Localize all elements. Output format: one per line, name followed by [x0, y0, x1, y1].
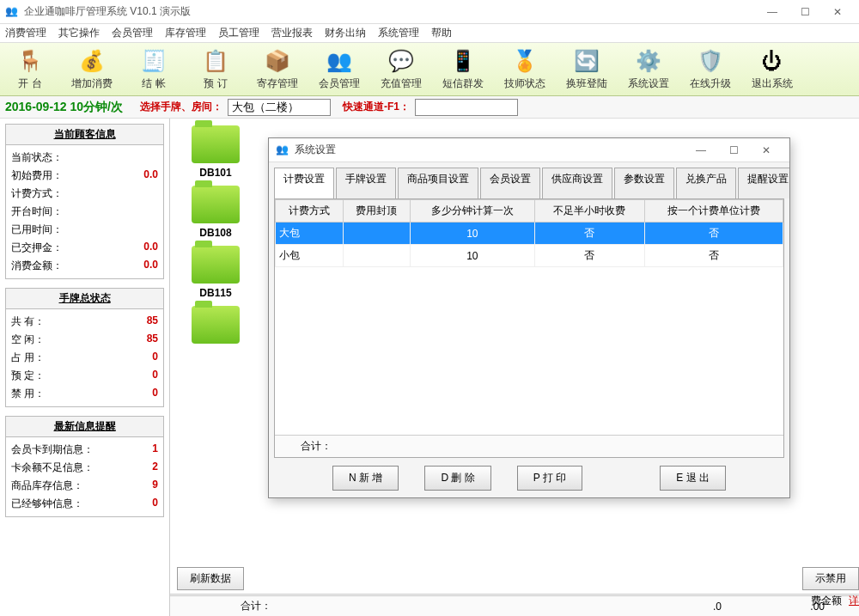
dialog-action-button[interactable]: N 新 增 — [332, 466, 399, 491]
info-row: 初始费用：0.0 — [11, 167, 158, 185]
quick-channel-input[interactable] — [415, 99, 518, 116]
menu-item[interactable]: 员工管理 — [218, 26, 259, 40]
info-row: 开台时间： — [11, 203, 158, 221]
menu-item[interactable]: 消费管理 — [5, 26, 46, 40]
toolbar-button[interactable]: 📦寄存管理 — [253, 47, 302, 91]
info-row: 共 有：85 — [11, 313, 158, 331]
dialog-tab[interactable]: 供应商设置 — [542, 168, 612, 198]
menu-item[interactable]: 会员管理 — [112, 26, 153, 40]
grid-header[interactable]: 费用封顶 — [343, 200, 411, 223]
maximize-button[interactable]: ☐ — [789, 1, 821, 23]
info-row: 已经够钟信息：0 — [11, 495, 158, 513]
room-selector-input[interactable] — [228, 99, 331, 116]
left-sidebar: 当前顾客信息 当前状态：初始费用：0.0计费方式：开台时间：已用时间：已交押金：… — [0, 119, 170, 616]
window-title: 企业通咖啡厅管理系统 V10.1 演示版 — [24, 4, 756, 19]
toolbar-button[interactable]: 📱短信群发 — [438, 47, 488, 91]
开 台-icon: 🪑 — [16, 47, 44, 75]
panel-header: 手牌总状态 — [6, 289, 163, 309]
room-item[interactable] — [177, 306, 254, 344]
minimize-button[interactable]: — — [756, 1, 789, 23]
toolbar-button[interactable]: 👥会员管理 — [314, 47, 364, 91]
info-row: 卡余额不足信息：2 — [11, 459, 158, 477]
在线升级-icon: 🛡️ — [697, 47, 724, 75]
dialog-tab[interactable]: 提醒设置 — [738, 168, 789, 198]
info-row: 当前状态： — [11, 149, 158, 167]
换班登陆-icon: 🔄 — [573, 47, 600, 75]
toolbar-button[interactable]: 🔄换班登陆 — [562, 47, 612, 91]
dialog-tab[interactable]: 手牌设置 — [336, 168, 396, 198]
info-row: 计费方式： — [11, 185, 158, 203]
tag-status-panel: 手牌总状态 共 有：85空 闲：85占 用：0预 定：0禁 用：0 — [5, 288, 164, 407]
info-row: 会员卡到期信息：1 — [11, 441, 158, 459]
dialog-tab[interactable]: 商品项目设置 — [398, 168, 478, 198]
info-row: 占 用：0 — [11, 349, 158, 367]
panel-header: 最新信息提醒 — [6, 417, 163, 437]
grid-header[interactable]: 计费方式 — [276, 200, 344, 223]
grid-row[interactable]: 大包10否否 — [276, 223, 783, 245]
grid-row[interactable]: 小包10否否 — [276, 245, 783, 267]
room-item[interactable]: DB101 — [177, 125, 254, 179]
room-selector-label: 选择手牌、房间： — [140, 100, 222, 114]
寄存管理-icon: 📦 — [264, 47, 291, 75]
预 订-icon: 📋 — [202, 47, 229, 75]
dialog-action-button[interactable]: P 打 印 — [517, 466, 582, 491]
menu-item[interactable]: 库存管理 — [165, 26, 206, 40]
dialog-close-button[interactable]: ✕ — [750, 139, 783, 162]
menu-item[interactable]: 其它操作 — [58, 26, 100, 40]
toolbar-button[interactable]: 🪑开 台 — [5, 47, 55, 91]
增加消费-icon: 💰 — [78, 47, 106, 75]
reminder-panel: 最新信息提醒 会员卡到期信息：1卡余额不足信息：2商品库存信息：9已经够钟信息：… — [5, 416, 164, 517]
grid-header[interactable]: 多少分钟计算一次 — [411, 200, 535, 223]
toolbar: 🪑开 台💰增加消费🧾结 帐📋预 订📦寄存管理👥会员管理💬充值管理📱短信群发🏅技师… — [0, 43, 859, 96]
toolbar-button[interactable]: 💬充值管理 — [376, 47, 426, 91]
detail-link[interactable]: 详 — [849, 594, 859, 608]
infobar: 2016-09-12 10分钟/次 选择手牌、房间： 快速通道-F1： — [0, 96, 859, 119]
room-item[interactable]: DB108 — [177, 186, 254, 239]
dialog-icon: 👥 — [276, 143, 289, 157]
结 帐-icon: 🧾 — [140, 47, 168, 75]
system-settings-dialog: 👥 系统设置 — ☐ ✕ 计费设置手牌设置商品项目设置会员设置供应商设置参数设置… — [268, 137, 790, 498]
main-titlebar: 👥 企业通咖啡厅管理系统 V10.1 演示版 — ☐ ✕ — [0, 0, 859, 24]
toolbar-button[interactable]: 🛡️在线升级 — [685, 47, 735, 91]
refresh-button[interactable]: 刷新数据 — [177, 567, 244, 590]
dialog-tabs: 计费设置手牌设置商品项目设置会员设置供应商设置参数设置兑换产品提醒设置◀ ▶ — [269, 162, 789, 198]
dialog-tab[interactable]: 参数设置 — [614, 168, 674, 198]
info-row: 预 定：0 — [11, 367, 158, 385]
info-row: 空 闲：85 — [11, 331, 158, 349]
dialog-action-button[interactable]: E 退 出 — [660, 466, 726, 491]
amount-label: 费金额 — [811, 594, 842, 608]
close-button[interactable]: ✕ — [821, 1, 854, 23]
dialog-titlebar: 👥 系统设置 — ☐ ✕ — [269, 138, 789, 162]
技师状态-icon: 🏅 — [511, 47, 539, 75]
toolbar-button[interactable]: 🧾结 帐 — [129, 47, 179, 91]
grid-header[interactable]: 不足半小时收费 — [534, 200, 644, 223]
forbid-button[interactable]: 示禁用 — [802, 567, 859, 590]
menu-item[interactable]: 系统管理 — [378, 26, 419, 40]
menu-item[interactable]: 财务出纳 — [325, 26, 366, 40]
info-row: 禁 用：0 — [11, 385, 158, 403]
dialog-maximize-button[interactable]: ☐ — [717, 139, 750, 162]
toolbar-button[interactable]: 🏅技师状态 — [500, 47, 550, 91]
toolbar-button[interactable]: ⚙️系统设置 — [624, 47, 673, 91]
dialog-tab[interactable]: 计费设置 — [274, 168, 334, 198]
info-row: 已交押金：0.0 — [11, 239, 158, 257]
panel-header: 当前顾客信息 — [6, 125, 163, 145]
dialog-tab[interactable]: 兑换产品 — [676, 168, 736, 198]
toolbar-button[interactable]: ⏻退出系统 — [747, 47, 797, 91]
info-row: 已用时间： — [11, 221, 158, 239]
退出系统-icon: ⏻ — [758, 47, 786, 75]
dialog-minimize-button[interactable]: — — [685, 139, 717, 162]
dialog-tab[interactable]: 会员设置 — [480, 168, 540, 198]
grid-footer: 合计： — [275, 435, 783, 457]
date-display: 2016-09-12 10分钟/次 — [5, 100, 123, 115]
dialog-action-button[interactable]: D 删 除 — [424, 466, 490, 491]
billing-grid: 计费方式费用封顶多少分钟计算一次不足半小时收费按一个计费单位计费 大包10否否小… — [274, 198, 784, 458]
dialog-title: 系统设置 — [295, 143, 685, 157]
room-item[interactable]: DB115 — [177, 246, 254, 299]
toolbar-button[interactable]: 💰增加消费 — [67, 47, 117, 91]
menu-item[interactable]: 帮助 — [431, 26, 452, 40]
toolbar-button[interactable]: 📋预 订 — [191, 47, 241, 91]
sum-label: 合计： — [170, 599, 342, 613]
menu-item[interactable]: 营业报表 — [271, 26, 313, 40]
grid-header[interactable]: 按一个计费单位计费 — [644, 200, 783, 223]
